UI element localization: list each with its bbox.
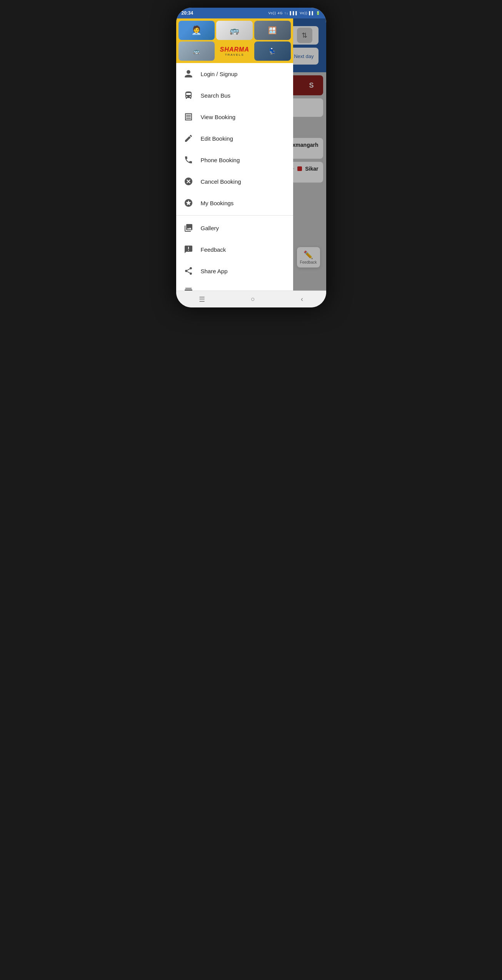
menu-label-view-booking: View Booking <box>201 114 236 120</box>
banner-img-bus: 🚌 <box>216 21 253 40</box>
menu-divider <box>176 215 293 216</box>
side-drawer: 🧑‍💼 🚌 🪟 🚌 SHARMA TRAVELS 💺 <box>176 18 293 291</box>
status-bar: 20:34 Vo)) 4G ↑↓ ▌▌▌ Vo)) ▌▌ 🔋 <box>176 8 326 18</box>
menu-label-gallery: Gallery <box>201 225 219 231</box>
menu-item-login[interactable]: Login / Signup <box>176 63 293 85</box>
menu-item-edit-booking[interactable]: Edit Booking <box>176 128 293 149</box>
menu-item-cancel-booking[interactable]: Cancel Booking <box>176 171 293 192</box>
banner-img-passenger: 🧑‍💼 <box>178 21 215 40</box>
phone-icon <box>182 154 195 166</box>
phone-frame: 20:34 Vo)) 4G ↑↓ ▌▌▌ Vo)) ▌▌ 🔋 ⇅ Next da… <box>176 8 326 307</box>
menu-item-share-app[interactable]: Share App <box>176 260 293 282</box>
nav-home-button[interactable]: ○ <box>242 292 264 306</box>
drawer-banner: 🧑‍💼 🚌 🪟 🚌 SHARMA TRAVELS 💺 <box>176 18 293 63</box>
nav-back-button[interactable]: ‹ <box>292 292 312 306</box>
menu-item-phone-booking[interactable]: Phone Booking <box>176 149 293 171</box>
menu-label-edit-booking: Edit Booking <box>201 135 233 142</box>
menu-item-gallery[interactable]: Gallery <box>176 217 293 239</box>
menu-lines-icon: ☰ <box>199 296 205 303</box>
share-icon <box>182 265 195 277</box>
person-icon <box>182 68 195 80</box>
signal-icons: Vo)) 4G ↑↓ ▌▌▌ Vo)) ▌▌ 🔋 <box>269 11 321 15</box>
menu-item-view-booking[interactable]: View Booking <box>176 106 293 128</box>
menu-item-contact-us[interactable]: Contact Us <box>176 282 293 291</box>
banner-img-interior: 🚌 <box>178 42 215 61</box>
menu-label-share-app: Share App <box>201 268 228 274</box>
bottom-navigation: ☰ ○ ‹ <box>176 291 326 307</box>
phone-screen: 20:34 Vo)) 4G ↑↓ ▌▌▌ Vo)) ▌▌ 🔋 ⇅ Next da… <box>176 8 326 307</box>
contact-icon <box>182 286 195 291</box>
cancel-icon <box>182 175 195 188</box>
brand-name: SHARMA <box>220 46 249 53</box>
bus-icon <box>182 89 195 101</box>
menu-section-1: Login / Signup Search Bus View Booking <box>176 63 293 291</box>
banner-img-seats: 💺 <box>254 42 291 61</box>
menu-label-feedback: Feedback <box>201 246 226 253</box>
menu-label-phone-booking: Phone Booking <box>201 157 240 163</box>
receipt-icon <box>182 111 195 123</box>
banner-img-window: 🪟 <box>254 21 291 40</box>
menu-item-my-bookings[interactable]: My Bookings <box>176 192 293 214</box>
menu-label-search-bus: Search Bus <box>201 92 231 99</box>
nav-menu-button[interactable]: ☰ <box>190 292 214 307</box>
star-icon <box>182 197 195 209</box>
status-icons: Vo)) 4G ↑↓ ▌▌▌ Vo)) ▌▌ 🔋 <box>269 11 321 15</box>
menu-item-feedback[interactable]: Feedback <box>176 239 293 260</box>
menu-label-login: Login / Signup <box>201 71 238 77</box>
banner-brand: SHARMA TRAVELS <box>216 42 253 61</box>
screen-content: ⇅ Next day S ELINES es L <box>176 18 326 291</box>
back-chevron-icon: ‹ <box>301 295 303 303</box>
gallery-icon <box>182 222 195 234</box>
banner-images: 🧑‍💼 🚌 🪟 🚌 SHARMA TRAVELS 💺 <box>176 18 293 63</box>
edit-icon <box>182 132 195 145</box>
menu-label-cancel-booking: Cancel Booking <box>201 178 241 185</box>
feedback-icon <box>182 243 195 256</box>
home-circle-icon: ○ <box>251 295 255 303</box>
status-time: 20:34 <box>182 10 193 16</box>
brand-sub: TRAVELS <box>225 53 244 56</box>
menu-item-search-bus[interactable]: Search Bus <box>176 85 293 106</box>
menu-label-my-bookings: My Bookings <box>201 200 234 206</box>
